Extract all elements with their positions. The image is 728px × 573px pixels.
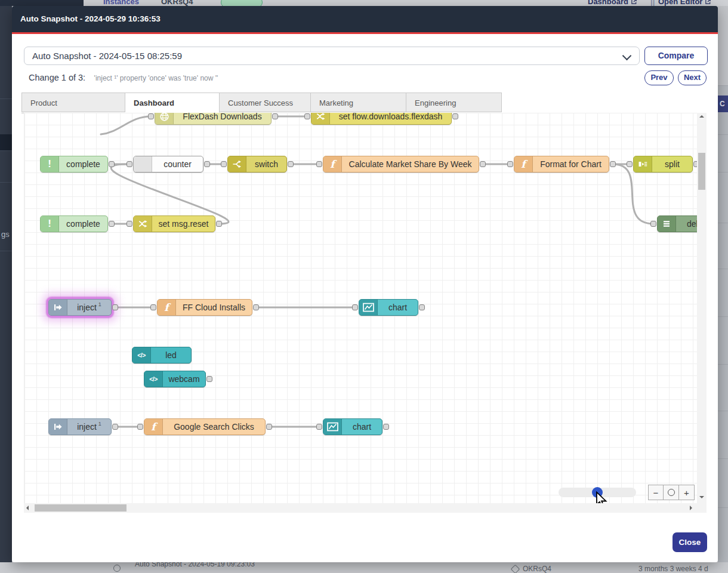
tab-customer-success[interactable]: Customer Success	[220, 93, 311, 112]
next-button[interactable]: Next	[678, 70, 707, 85]
flow-node-complete-2[interactable]: !complete	[40, 215, 108, 232]
snapshot-select[interactable]: Auto Snapshot - 2024-05-15 08:25:59	[24, 47, 640, 65]
flow-node-set-msg-reset[interactable]: set msg.reset	[133, 215, 215, 232]
flow-node-label: webcam	[163, 371, 205, 387]
globe-icon	[155, 113, 174, 124]
flow-node-ff-cloud-installs[interactable]: fFF Cloud Installs	[157, 299, 252, 316]
in-port[interactable]	[304, 113, 310, 119]
dialog-header: Auto Snapshot - 2024-05-29 10:36:53	[12, 6, 718, 34]
prev-button[interactable]: Prev	[644, 70, 674, 85]
snapshot-select-value: Auto Snapshot - 2024-05-15 08:25:59	[32, 51, 182, 61]
out-port[interactable]	[253, 304, 259, 310]
flow-node-split[interactable]: split	[633, 156, 693, 172]
flow-node-label: counter	[152, 156, 203, 172]
function-icon: f	[514, 156, 533, 172]
flow-node-inject-2[interactable]: inject1	[48, 418, 112, 435]
top-navbar: Instances OKRsQ4 Dashboard || Open Edito…	[0, 0, 728, 6]
in-port[interactable]	[148, 113, 154, 119]
scroll-up-arrow-icon[interactable]	[699, 115, 704, 118]
scroll-right-arrow-icon[interactable]	[690, 506, 692, 510]
in-port[interactable]	[627, 161, 633, 167]
out-port[interactable]	[610, 161, 616, 167]
in-port[interactable]	[650, 221, 656, 227]
sidebar-item-label-fragment[interactable]: gs	[1, 230, 10, 239]
scroll-left-arrow-icon[interactable]	[26, 506, 29, 510]
in-port[interactable]	[137, 424, 143, 430]
external-link-icon	[705, 0, 711, 6]
open-editor-link[interactable]: Open Editor	[658, 0, 711, 6]
tab-marketing[interactable]: Marketing	[311, 93, 406, 112]
flow-node-chart-2[interactable]: chart	[323, 418, 382, 435]
in-port[interactable]	[316, 161, 322, 167]
flow-node-flexdash-downloads[interactable]: FlexDash Downloads	[155, 113, 272, 125]
out-port[interactable]	[419, 304, 425, 310]
flow-node-chart-1[interactable]: chart	[359, 299, 418, 316]
link-separator: ||	[650, 0, 655, 6]
out-port[interactable]	[216, 221, 222, 227]
out-port[interactable]	[112, 304, 118, 310]
flow-node-debug[interactable]: debug	[657, 215, 697, 232]
template-icon: </>	[132, 347, 151, 363]
flow-node-switch[interactable]: switch	[227, 156, 287, 172]
out-port[interactable]	[266, 424, 272, 430]
wire[interactable]	[613, 164, 653, 224]
out-port[interactable]	[452, 113, 458, 119]
sidebar-active-item[interactable]	[0, 134, 12, 150]
out-port[interactable]	[206, 376, 212, 382]
tab-dashboard[interactable]: Dashboard	[125, 93, 220, 113]
in-port[interactable]	[507, 161, 513, 167]
flow-node-label: debug	[676, 216, 697, 232]
canvas-vertical-scrollbar[interactable]	[697, 113, 707, 503]
flow-node-led[interactable]: </>led	[132, 347, 192, 363]
function-icon: f	[323, 156, 342, 172]
flow-node-webcam[interactable]: </>webcam	[144, 371, 206, 387]
out-port[interactable]	[109, 221, 115, 227]
out-port[interactable]	[109, 161, 115, 167]
flow-node-format-for-chart[interactable]: fFormat for Chart	[514, 156, 609, 172]
tab-product[interactable]: Product	[21, 93, 125, 112]
flow-node-google-search-clicks[interactable]: fGoogle Search Clicks	[144, 418, 266, 435]
compare-button[interactable]: Compare	[644, 47, 708, 65]
nav-instances-link[interactable]: Instances	[103, 0, 139, 6]
tab-engineering[interactable]: Engineering	[406, 93, 502, 112]
in-port[interactable]	[221, 161, 227, 167]
flow-canvas[interactable]: − + FlexDash Downloadsset flow.downloads…	[24, 113, 697, 503]
out-port[interactable]	[288, 161, 294, 167]
out-port[interactable]	[272, 113, 278, 119]
background-footer-row: Auto Snapshot - 2024-05-19 09:23:03 OKRs…	[0, 562, 728, 573]
zoom-in-button[interactable]: +	[679, 485, 695, 500]
in-port[interactable]	[127, 161, 132, 167]
flow-node-inject-1[interactable]: inject1	[48, 299, 112, 316]
in-port[interactable]	[150, 304, 156, 310]
zoom-slider-handle[interactable]	[592, 487, 603, 498]
out-port[interactable]	[112, 424, 118, 430]
close-button[interactable]: Close	[673, 532, 707, 552]
external-link-icon	[631, 0, 637, 6]
flow-tabs: ProductDashboardCustomer SuccessMarketin…	[21, 93, 697, 113]
flow-node-counter[interactable]: counter	[133, 156, 203, 172]
vertical-scroll-thumb[interactable]	[698, 153, 705, 190]
flow-node-label: inject1	[67, 419, 111, 435]
horizontal-scroll-thumb[interactable]	[35, 504, 127, 512]
in-port[interactable]	[316, 424, 322, 430]
in-port[interactable]	[352, 304, 358, 310]
zoom-out-button[interactable]: −	[648, 485, 664, 500]
dashboard-link[interactable]: Dashboard	[588, 0, 637, 6]
flow-node-complete-1[interactable]: !complete	[40, 156, 108, 172]
scroll-down-arrow-icon[interactable]	[699, 496, 704, 498]
out-port[interactable]	[204, 161, 210, 167]
out-port[interactable]	[383, 424, 389, 430]
in-port[interactable]	[127, 221, 132, 227]
flow-node-calculate-market-share[interactable]: fCalculate Market Share By Week	[323, 156, 479, 172]
flow-node-set-flow-downloads-flexdash[interactable]: set flow.downloads.flexdash	[311, 113, 452, 125]
out-port[interactable]	[693, 161, 697, 167]
wire[interactable]	[101, 116, 151, 134]
out-port[interactable]	[480, 161, 486, 167]
zoom-slider[interactable]	[559, 488, 636, 497]
exclamation-icon: !	[41, 156, 59, 172]
zoom-reset-button[interactable]	[664, 485, 679, 500]
wire[interactable]	[111, 164, 229, 224]
snapshot-dialog: Auto Snapshot - 2024-05-29 10:36:53 Auto…	[12, 6, 718, 562]
exclamation-icon: !	[41, 216, 59, 232]
canvas-horizontal-scrollbar[interactable]	[24, 503, 697, 513]
